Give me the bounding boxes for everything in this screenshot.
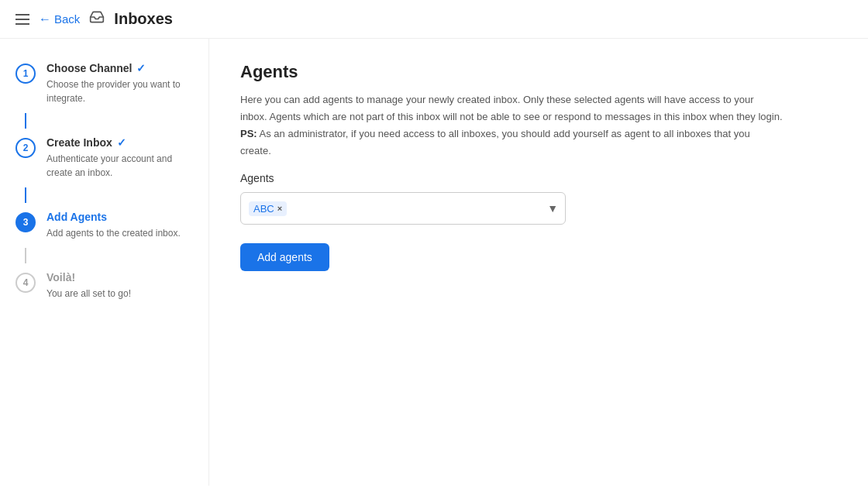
back-label: Back (54, 12, 80, 26)
agent-tag-label: ABC (253, 203, 274, 215)
step-4-title: Voilà! (46, 271, 193, 284)
agents-select-box[interactable]: ABC × (240, 192, 566, 225)
step-2-desc: Authenticate your account and create an … (46, 152, 193, 180)
step-2-content: Create Inbox ✓ Authenticate your account… (46, 136, 193, 180)
step-3-circle: 3 (16, 212, 36, 232)
inbox-icon (89, 9, 105, 29)
agents-select-wrapper: ABC × ▼ (240, 192, 566, 225)
hamburger-menu[interactable] (16, 14, 29, 25)
main-layout: 1 Choose Channel ✓ Choose the provider y… (0, 39, 868, 486)
step-2: 2 Create Inbox ✓ Authenticate your accou… (16, 136, 193, 180)
step-1-check-icon: ✓ (136, 62, 146, 74)
agent-tag-abc: ABC × (249, 201, 287, 216)
content-title: Agents (240, 62, 837, 82)
step-1-content: Choose Channel ✓ Choose the provider you… (46, 62, 193, 105)
step-3-desc: Add agents to the created inbox. (46, 226, 193, 240)
step-4-circle: 4 (16, 273, 36, 293)
step-3: 3 Add Agents Add agents to the created i… (16, 211, 193, 240)
step-2-check-icon: ✓ (117, 136, 126, 149)
sidebar: 1 Choose Channel ✓ Choose the provider y… (0, 39, 209, 486)
step-connector-2-3 (25, 187, 26, 203)
step-1-title: Choose Channel ✓ (46, 62, 193, 74)
step-4-desc: You are all set to go! (46, 287, 193, 301)
step-4: 4 Voilà! You are all set to go! (16, 271, 193, 301)
main-content: Agents Here you can add agents to manage… (209, 39, 868, 486)
back-link[interactable]: ← Back (39, 12, 80, 26)
step-connector-3-4 (25, 248, 26, 263)
step-connector-1-2 (25, 113, 26, 129)
content-description: Here you can add agents to manage your n… (240, 91, 783, 160)
step-3-content: Add Agents Add agents to the created inb… (46, 211, 193, 240)
step-1: 1 Choose Channel ✓ Choose the provider y… (16, 62, 193, 105)
top-nav: ← Back Inboxes (0, 0, 868, 39)
agents-label: Agents (240, 172, 837, 184)
step-2-circle: 2 (16, 138, 36, 158)
page-title: Inboxes (114, 10, 173, 28)
back-arrow-icon: ← (39, 12, 51, 26)
step-2-title: Create Inbox ✓ (46, 136, 193, 149)
step-4-content: Voilà! You are all set to go! (46, 271, 193, 301)
add-agents-button[interactable]: Add agents (240, 243, 329, 271)
step-3-title: Add Agents (46, 211, 193, 223)
step-1-circle: 1 (16, 64, 36, 84)
agent-tag-remove[interactable]: × (277, 204, 282, 213)
step-1-desc: Choose the provider you want to integrat… (46, 77, 193, 105)
